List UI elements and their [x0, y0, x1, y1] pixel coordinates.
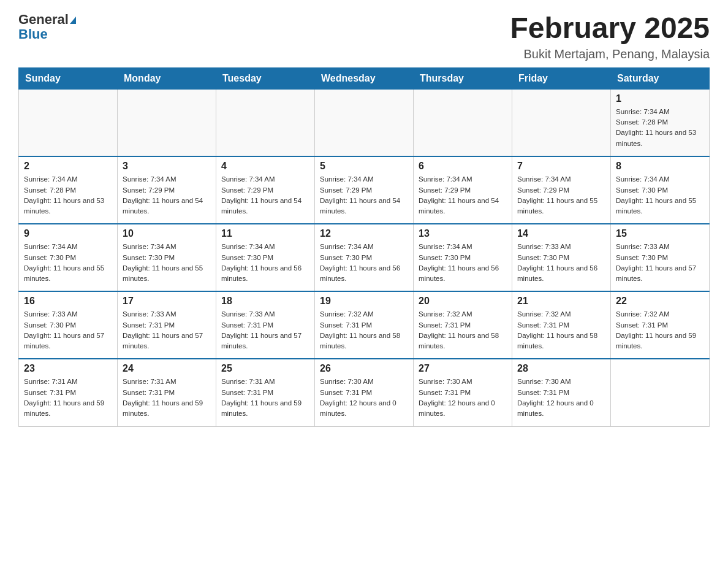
day-number: 2 [24, 161, 112, 172]
calendar-cell: 23Sunrise: 7:31 AMSunset: 7:31 PMDayligh… [19, 359, 118, 426]
day-number: 10 [123, 228, 211, 239]
day-number: 24 [123, 363, 211, 374]
calendar-cell: 4Sunrise: 7:34 AMSunset: 7:29 PMDaylight… [216, 156, 315, 224]
calendar-cell [216, 89, 315, 156]
day-info: Sunrise: 7:31 AMSunset: 7:31 PMDaylight:… [123, 377, 211, 419]
day-number: 20 [419, 296, 507, 307]
day-info: Sunrise: 7:30 AMSunset: 7:31 PMDaylight:… [419, 377, 507, 419]
logo: General Blue [18, 12, 76, 42]
header-friday: Friday [512, 67, 611, 89]
header-tuesday: Tuesday [216, 67, 315, 89]
calendar-cell: 11Sunrise: 7:34 AMSunset: 7:30 PMDayligh… [216, 224, 315, 291]
day-number: 15 [616, 228, 704, 239]
day-number: 27 [419, 363, 507, 374]
calendar-cell: 24Sunrise: 7:31 AMSunset: 7:31 PMDayligh… [118, 359, 216, 426]
calendar-cell: 27Sunrise: 7:30 AMSunset: 7:31 PMDayligh… [414, 359, 512, 426]
title-section: February 2025 Bukit Mertajam, Penang, Ma… [510, 12, 710, 61]
calendar-cell [414, 89, 512, 156]
calendar-cell: 20Sunrise: 7:32 AMSunset: 7:31 PMDayligh… [414, 291, 512, 359]
day-number: 26 [320, 363, 408, 374]
calendar-cell [512, 89, 611, 156]
calendar-cell: 17Sunrise: 7:33 AMSunset: 7:31 PMDayligh… [118, 291, 216, 359]
calendar-table: Sunday Monday Tuesday Wednesday Thursday… [18, 67, 710, 427]
header-monday: Monday [118, 67, 216, 89]
calendar-cell: 19Sunrise: 7:32 AMSunset: 7:31 PMDayligh… [315, 291, 414, 359]
calendar-cell: 10Sunrise: 7:34 AMSunset: 7:30 PMDayligh… [118, 224, 216, 291]
day-number: 6 [419, 161, 507, 172]
calendar-cell: 14Sunrise: 7:33 AMSunset: 7:30 PMDayligh… [512, 224, 611, 291]
calendar-cell: 9Sunrise: 7:34 AMSunset: 7:30 PMDaylight… [19, 224, 118, 291]
day-info: Sunrise: 7:33 AMSunset: 7:31 PMDaylight:… [221, 309, 309, 351]
day-info: Sunrise: 7:34 AMSunset: 7:30 PMDaylight:… [24, 242, 112, 284]
calendar-cell: 12Sunrise: 7:34 AMSunset: 7:30 PMDayligh… [315, 224, 414, 291]
calendar-cell: 5Sunrise: 7:34 AMSunset: 7:29 PMDaylight… [315, 156, 414, 224]
logo-blue-text: Blue [18, 27, 76, 42]
calendar-title: February 2025 [510, 12, 710, 45]
calendar-cell: 21Sunrise: 7:32 AMSunset: 7:31 PMDayligh… [512, 291, 611, 359]
calendar-cell: 22Sunrise: 7:32 AMSunset: 7:31 PMDayligh… [611, 291, 710, 359]
day-info: Sunrise: 7:32 AMSunset: 7:31 PMDaylight:… [517, 309, 605, 351]
calendar-cell [118, 89, 216, 156]
day-info: Sunrise: 7:32 AMSunset: 7:31 PMDaylight:… [419, 309, 507, 351]
day-number: 23 [24, 363, 112, 374]
day-info: Sunrise: 7:34 AMSunset: 7:30 PMDaylight:… [320, 242, 408, 284]
day-number: 13 [419, 228, 507, 239]
day-number: 3 [123, 161, 211, 172]
day-info: Sunrise: 7:34 AMSunset: 7:29 PMDaylight:… [419, 174, 507, 216]
page-header: General Blue February 2025 Bukit Mertaja… [18, 12, 710, 61]
day-number: 14 [517, 228, 605, 239]
calendar-cell: 8Sunrise: 7:34 AMSunset: 7:30 PMDaylight… [611, 156, 710, 224]
day-info: Sunrise: 7:34 AMSunset: 7:29 PMDaylight:… [221, 174, 309, 216]
day-number: 7 [517, 161, 605, 172]
calendar-cell: 2Sunrise: 7:34 AMSunset: 7:28 PMDaylight… [19, 156, 118, 224]
week-row-1: 1Sunrise: 7:34 AMSunset: 7:28 PMDaylight… [19, 89, 710, 156]
calendar-cell [611, 359, 710, 426]
location-subtitle: Bukit Mertajam, Penang, Malaysia [510, 47, 710, 61]
day-info: Sunrise: 7:32 AMSunset: 7:31 PMDaylight:… [320, 309, 408, 351]
header-wednesday: Wednesday [315, 67, 414, 89]
day-info: Sunrise: 7:32 AMSunset: 7:31 PMDaylight:… [616, 309, 704, 351]
week-row-5: 23Sunrise: 7:31 AMSunset: 7:31 PMDayligh… [19, 359, 710, 426]
day-number: 19 [320, 296, 408, 307]
day-number: 28 [517, 363, 605, 374]
calendar-cell: 3Sunrise: 7:34 AMSunset: 7:29 PMDaylight… [118, 156, 216, 224]
logo-triangle-icon [70, 17, 76, 24]
week-row-2: 2Sunrise: 7:34 AMSunset: 7:28 PMDaylight… [19, 156, 710, 224]
day-info: Sunrise: 7:30 AMSunset: 7:31 PMDaylight:… [517, 377, 605, 419]
day-info: Sunrise: 7:31 AMSunset: 7:31 PMDaylight:… [221, 377, 309, 419]
day-number: 16 [24, 296, 112, 307]
calendar-cell: 26Sunrise: 7:30 AMSunset: 7:31 PMDayligh… [315, 359, 414, 426]
day-info: Sunrise: 7:33 AMSunset: 7:31 PMDaylight:… [123, 309, 211, 351]
calendar-cell: 16Sunrise: 7:33 AMSunset: 7:30 PMDayligh… [19, 291, 118, 359]
day-number: 25 [221, 363, 309, 374]
day-info: Sunrise: 7:33 AMSunset: 7:30 PMDaylight:… [24, 309, 112, 351]
day-number: 1 [616, 93, 704, 104]
calendar-cell [19, 89, 118, 156]
day-info: Sunrise: 7:34 AMSunset: 7:30 PMDaylight:… [221, 242, 309, 284]
day-info: Sunrise: 7:33 AMSunset: 7:30 PMDaylight:… [616, 242, 704, 284]
day-number: 8 [616, 161, 704, 172]
header-thursday: Thursday [414, 67, 512, 89]
day-number: 17 [123, 296, 211, 307]
week-row-3: 9Sunrise: 7:34 AMSunset: 7:30 PMDaylight… [19, 224, 710, 291]
calendar-header-row: Sunday Monday Tuesday Wednesday Thursday… [19, 67, 710, 89]
day-number: 18 [221, 296, 309, 307]
calendar-cell: 7Sunrise: 7:34 AMSunset: 7:29 PMDaylight… [512, 156, 611, 224]
day-info: Sunrise: 7:34 AMSunset: 7:30 PMDaylight:… [123, 242, 211, 284]
calendar-cell: 13Sunrise: 7:34 AMSunset: 7:30 PMDayligh… [414, 224, 512, 291]
day-info: Sunrise: 7:34 AMSunset: 7:28 PMDaylight:… [24, 174, 112, 216]
day-info: Sunrise: 7:30 AMSunset: 7:31 PMDaylight:… [320, 377, 408, 419]
calendar-cell: 6Sunrise: 7:34 AMSunset: 7:29 PMDaylight… [414, 156, 512, 224]
calendar-cell [315, 89, 414, 156]
header-sunday: Sunday [19, 67, 118, 89]
day-number: 21 [517, 296, 605, 307]
day-number: 5 [320, 161, 408, 172]
day-info: Sunrise: 7:34 AMSunset: 7:30 PMDaylight:… [616, 174, 704, 216]
day-number: 12 [320, 228, 408, 239]
calendar-cell: 1Sunrise: 7:34 AMSunset: 7:28 PMDaylight… [611, 89, 710, 156]
day-info: Sunrise: 7:31 AMSunset: 7:31 PMDaylight:… [24, 377, 112, 419]
calendar-cell: 15Sunrise: 7:33 AMSunset: 7:30 PMDayligh… [611, 224, 710, 291]
day-info: Sunrise: 7:34 AMSunset: 7:29 PMDaylight:… [517, 174, 605, 216]
calendar-cell: 28Sunrise: 7:30 AMSunset: 7:31 PMDayligh… [512, 359, 611, 426]
day-number: 22 [616, 296, 704, 307]
